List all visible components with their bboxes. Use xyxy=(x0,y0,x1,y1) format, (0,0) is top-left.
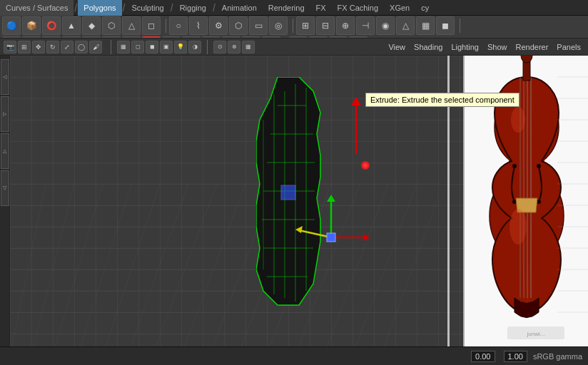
main-toolbar: 🔵 📦 ⭕ ▲ ◆ ⬡ △ ◻ ○ ⌇ ⚙ ⬡ ▭ ◎ ⊞ ⊟ ⊕ ⊣ ◉ △ … xyxy=(0,16,588,38)
menu-rendering[interactable]: Rendering xyxy=(263,0,310,16)
tool-diamond[interactable]: ◆ xyxy=(82,16,101,35)
main-area: ◁ ▷ △ ▽ xyxy=(0,56,588,346)
tool-soccer[interactable]: ⬡ xyxy=(229,16,248,35)
menu-tabs: Curves / Surfaces / Polygons / Sculpting… xyxy=(0,0,435,16)
menu-sculpting[interactable]: Sculpting xyxy=(126,0,169,16)
view-menu-lighting[interactable]: Lighting xyxy=(447,41,483,53)
toolbar-sep-2 xyxy=(293,19,293,33)
vt-btn-grid[interactable]: ⊞ xyxy=(18,41,31,53)
menu-fx-caching[interactable]: FX Caching xyxy=(332,0,384,16)
svg-text:junwi...: junwi... xyxy=(527,331,545,337)
vt-btn-rotate[interactable]: ↻ xyxy=(46,41,59,53)
tool-cone[interactable]: ▲ xyxy=(62,16,81,35)
view-menu-shading[interactable]: Shading xyxy=(410,41,447,53)
menu-animation[interactable]: Animation xyxy=(216,0,263,16)
vt-btn-xray[interactable]: ⊙ xyxy=(213,41,226,53)
red-indicator-dot xyxy=(361,161,370,170)
left-btn-2[interactable]: ▷ xyxy=(1,96,9,132)
svg-point-52 xyxy=(512,164,517,168)
vt-sep-1 xyxy=(111,40,111,54)
tool-boolean[interactable]: ⊕ xyxy=(336,16,355,35)
status-bar: 0.00 1.00 sRGB gamma xyxy=(0,346,588,365)
left-btn-4[interactable]: ▽ xyxy=(1,170,9,206)
svg-line-14 xyxy=(103,184,160,346)
svg-line-24 xyxy=(381,198,438,346)
tool-separate[interactable]: ⊟ xyxy=(316,16,335,35)
tool-box[interactable]: 📦 xyxy=(22,16,41,35)
tool-sphere[interactable]: 🔵 xyxy=(2,16,21,35)
svg-point-62 xyxy=(511,107,525,133)
view-menu-panels[interactable]: Panels xyxy=(552,41,585,53)
tool-disc[interactable]: ◎ xyxy=(269,16,288,35)
svg-point-54 xyxy=(537,164,541,168)
toolbar-icon-group-2: ○ ⌇ ⚙ ⬡ ▭ ◎ xyxy=(168,16,288,36)
toolbar-icon-group-3: ⊞ ⊟ ⊕ ⊣ ◉ △ ▦ ◼ xyxy=(295,16,455,36)
vt-btn-shadows[interactable]: ◑ xyxy=(188,41,201,53)
svg-rect-38 xyxy=(281,185,295,200)
vt-btn-isolate[interactable]: ⊗ xyxy=(228,41,240,53)
menu-polygons[interactable]: Polygons xyxy=(78,0,121,16)
status-value2[interactable]: 1.00 xyxy=(504,351,527,362)
svg-point-63 xyxy=(510,209,527,245)
svg-line-16 xyxy=(153,184,217,346)
transform-gizmo xyxy=(295,195,381,252)
vt-btn-quad[interactable]: ▦ xyxy=(117,41,130,53)
tool-quads[interactable]: ▦ xyxy=(416,16,435,35)
vt-btn-textured[interactable]: ▣ xyxy=(160,41,173,53)
menu-cy[interactable]: cy xyxy=(415,0,435,16)
svg-line-11 xyxy=(31,184,74,346)
left-btn-3[interactable]: △ xyxy=(1,133,9,169)
view-toolbar: 📷 ⊞ ✥ ↻ ⤢ ◯ 🖌 ▦ ◻ ◼ ▣ 💡 ◑ ⊙ ⊗ ▦ View Sha… xyxy=(0,38,588,56)
tool-torus[interactable]: ⭕ xyxy=(42,16,61,35)
vt-btn-wireframe[interactable]: ◻ xyxy=(131,41,144,53)
menu-rigging[interactable]: Rigging xyxy=(174,0,212,16)
tool-mirror[interactable]: ⊣ xyxy=(356,16,375,35)
menu-bar: Curves / Surfaces / Polygons / Sculpting… xyxy=(0,0,588,16)
extrude-tooltip: Extrude: Extrude the selected component xyxy=(365,93,519,107)
tool-pipe[interactable]: ○ xyxy=(169,16,188,35)
svg-line-43 xyxy=(299,230,331,237)
view-menu-show[interactable]: Show xyxy=(483,41,512,53)
toolbar-icon-group-1: 🔵 📦 ⭕ ▲ ◆ ⬡ △ ◻ xyxy=(1,16,161,36)
menu-curves-surfaces[interactable]: Curves / Surfaces xyxy=(0,0,74,16)
viewport-3d[interactable]: Extrude: Extrude the selected component xyxy=(10,56,588,346)
tool-helix[interactable]: ⌇ xyxy=(189,16,208,35)
tool-fill[interactable]: ◼ xyxy=(436,16,455,35)
svg-marker-40 xyxy=(327,195,335,202)
vt-sep-2 xyxy=(207,40,208,54)
status-gamma: sRGB gamma xyxy=(533,352,582,361)
vt-right-items: View Shading Lighting Show Renderer Pane… xyxy=(384,41,585,53)
tool-pyramid[interactable]: △ xyxy=(122,16,141,35)
vt-btn-hud[interactable]: ▦ xyxy=(242,41,255,53)
vt-btn-camera[interactable]: 📷 xyxy=(4,41,16,53)
status-value1[interactable]: 0.00 xyxy=(471,351,495,362)
vt-btn-move[interactable]: ✥ xyxy=(32,41,45,53)
vt-btn-select[interactable]: ◯ xyxy=(75,41,88,53)
svg-line-13 xyxy=(78,184,131,346)
tool-combine[interactable]: ⊞ xyxy=(296,16,315,35)
view-menu-view[interactable]: View xyxy=(384,41,410,53)
tool-triangulate[interactable]: △ xyxy=(396,16,415,35)
menu-fx[interactable]: FX xyxy=(310,0,332,16)
left-btn-1[interactable]: ◁ xyxy=(1,59,9,95)
view-menu-renderer[interactable]: Renderer xyxy=(512,41,553,53)
left-strip: ◁ ▷ △ ▽ xyxy=(0,56,10,346)
tool-octahedron[interactable]: ⬡ xyxy=(102,16,121,35)
vt-btn-scale[interactable]: ⤢ xyxy=(61,41,74,53)
tool-gear[interactable]: ⚙ xyxy=(209,16,228,35)
vt-btn-paint[interactable]: 🖌 xyxy=(89,41,102,53)
svg-line-15 xyxy=(128,184,188,346)
svg-line-10 xyxy=(10,184,46,346)
tool-smooth[interactable]: ◉ xyxy=(376,16,395,35)
toolbar-sep-3 xyxy=(460,19,460,33)
tool-plane[interactable]: ▭ xyxy=(249,16,268,35)
menu-xgen[interactable]: XGen xyxy=(384,0,415,16)
vt-btn-shaded[interactable]: ◼ xyxy=(146,41,158,53)
vt-btn-lights[interactable]: 💡 xyxy=(174,41,187,53)
svg-marker-44 xyxy=(295,226,303,233)
svg-line-17 xyxy=(181,184,245,346)
toolbar-sep-1 xyxy=(166,19,166,33)
svg-marker-42 xyxy=(363,234,370,241)
tool-prism[interactable]: ◻ xyxy=(142,16,161,35)
svg-rect-45 xyxy=(327,233,335,242)
